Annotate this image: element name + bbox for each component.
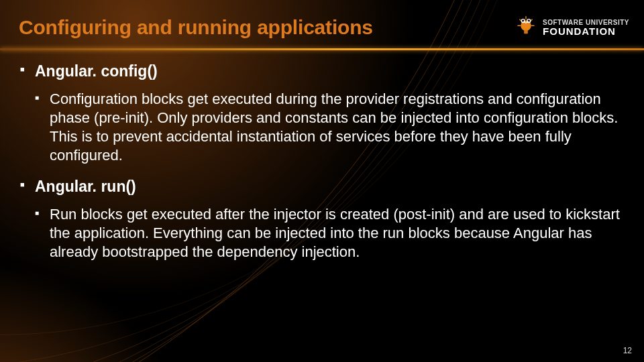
svg-rect-1	[524, 30, 528, 34]
slide-title: Configuring and running applications	[19, 16, 373, 39]
brand-text: SOFTWARE UNIVERSITY FOUNDATION	[543, 19, 629, 36]
page-number: 12	[623, 346, 632, 355]
section-body: Run blocks get executed after the inject…	[35, 205, 625, 261]
section-body: Configuration blocks get executed during…	[35, 90, 625, 166]
brand-line2: FOUNDATION	[543, 26, 629, 36]
section-heading: Angular. config()	[35, 62, 625, 80]
brand-line1: SOFTWARE UNIVERSITY	[543, 19, 629, 26]
brand-logo: SOFTWARE UNIVERSITY FOUNDATION	[515, 16, 629, 39]
section-heading: Angular. run()	[35, 178, 625, 196]
content-area: Angular. config() Configuration blocks g…	[19, 50, 625, 261]
slide: Configuring and running applications SOF…	[0, 0, 644, 362]
section-item: Angular. run() Run blocks get executed a…	[20, 178, 625, 261]
lightbulb-icon	[515, 16, 537, 39]
title-bar: Configuring and running applications SOF…	[19, 7, 625, 48]
section-item: Angular. config() Configuration blocks g…	[20, 62, 625, 166]
